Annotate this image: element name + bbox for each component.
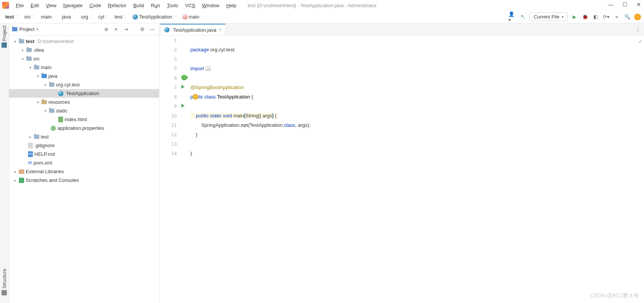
tree-class-testapplication[interactable]: TestApplication: [9, 89, 159, 98]
settings-icon[interactable]: ⚙: [139, 26, 146, 32]
tab-menu-icon[interactable]: ⋮: [635, 26, 641, 33]
folder-icon: [34, 135, 39, 139]
class-icon: [164, 27, 170, 32]
code-content[interactable]: package org.cyl.test; import ... @Spring…: [181, 35, 644, 303]
html-file-icon: [58, 117, 63, 122]
rail-project[interactable]: Project: [2, 26, 7, 48]
method-icon: [182, 14, 188, 20]
crumb-class[interactable]: TestApplication: [130, 14, 180, 20]
editor-area: TestApplication.java × ⋮ 123 567 8910 11…: [159, 23, 644, 303]
crumb-test-pkg[interactable]: test: [112, 14, 130, 20]
run-button[interactable]: ▶: [571, 13, 578, 21]
tree-resources[interactable]: ▾resources: [9, 98, 159, 106]
tree-testdir[interactable]: ▸test: [9, 132, 159, 141]
maven-file-icon: [28, 160, 32, 166]
close-window-button[interactable]: ✕: [636, 2, 641, 8]
update-button[interactable]: ↑: [634, 14, 641, 20]
project-panel-header: Project ▾ ⊕ ≡ ⇥ ⚙ —: [9, 23, 159, 35]
tree-app-properties[interactable]: application.properties: [9, 124, 159, 132]
tree-src[interactable]: ▾src: [9, 54, 159, 63]
structure-rail-icon: [2, 290, 7, 295]
run-gutter-icon[interactable]: [181, 85, 185, 89]
menu-edit[interactable]: Edit: [28, 2, 42, 9]
crumb-method[interactable]: main: [180, 14, 207, 20]
left-tool-rail: Project Structure: [0, 23, 9, 303]
tree-java[interactable]: ▾java: [9, 72, 159, 80]
line-number-gutter: 123 567 8910 111213 14: [159, 35, 181, 303]
class-icon: [58, 91, 63, 96]
tree-external-libs[interactable]: ▸External Libraries: [9, 167, 159, 176]
tab-label: TestApplication.java: [173, 27, 216, 33]
project-rail-icon: [2, 42, 7, 48]
tree-main[interactable]: ▾main: [9, 63, 159, 72]
tab-testapplication[interactable]: TestApplication.java ×: [160, 24, 225, 35]
minimize-button[interactable]: —: [608, 2, 613, 8]
libraries-icon: [19, 169, 24, 174]
maximize-button[interactable]: ☐: [622, 2, 627, 8]
tree-pom[interactable]: pom.xml: [9, 158, 159, 167]
close-tab-icon[interactable]: ×: [219, 27, 221, 32]
crumb-src[interactable]: src: [22, 14, 39, 20]
intention-bulb-icon[interactable]: [193, 94, 198, 100]
coverage-button[interactable]: ◧: [592, 13, 599, 21]
folder-icon: [26, 57, 32, 61]
window-title: test [D:\csdnwork\test] - TestApplicatio…: [248, 3, 377, 8]
menu-view[interactable]: View: [43, 2, 59, 9]
expand-all-icon[interactable]: ≡: [112, 26, 120, 32]
class-icon: [133, 14, 138, 20]
collapse-all-icon[interactable]: ⇥: [122, 26, 130, 32]
tree-scratches[interactable]: ▸Scratches and Consoles: [9, 176, 159, 185]
debug-button[interactable]: 🐞: [581, 13, 589, 21]
tree-index-html[interactable]: index.html: [9, 115, 159, 124]
menu-tools[interactable]: Tools: [164, 2, 181, 9]
profile-button[interactable]: ⟳▾: [602, 13, 610, 21]
project-tree: ▾testD:\csdnwork\test ▸.idea ▾src ▾main …: [9, 35, 159, 303]
menubar: FFileile Edit View Navigate Code Refacto…: [0, 0, 644, 11]
crumb-org[interactable]: org: [79, 14, 96, 20]
source-folder-icon: [42, 74, 47, 78]
menu-help[interactable]: Help: [223, 2, 239, 9]
add-user-icon[interactable]: 👤▾: [508, 13, 516, 21]
resources-folder-icon: [42, 100, 47, 104]
package-icon: [49, 83, 54, 87]
back-icon[interactable]: ↖: [519, 13, 527, 21]
tree-package[interactable]: ▾org.cyl.test: [9, 80, 159, 89]
menu-vcs[interactable]: VCS: [182, 2, 198, 9]
menu-run[interactable]: Run: [148, 2, 163, 9]
folder-icon: [34, 65, 39, 69]
tree-idea[interactable]: ▸.idea: [9, 46, 159, 54]
module-icon: [19, 39, 24, 43]
crumb-main[interactable]: main: [39, 14, 59, 20]
scratches-icon: [19, 178, 24, 183]
crumb-java[interactable]: java: [60, 14, 79, 20]
run-gutter-icon[interactable]: [181, 104, 185, 108]
search-button[interactable]: 🔍: [624, 13, 631, 21]
app-icon: [2, 2, 9, 9]
inspection-ok-icon[interactable]: ✓: [638, 37, 642, 46]
menu-build[interactable]: Build: [130, 2, 147, 9]
tree-gitignore[interactable]: .gitignore: [9, 141, 159, 150]
watermark: CSDN @村口曹大爷: [590, 292, 639, 299]
markdown-file-icon: [28, 151, 33, 157]
stop-button[interactable]: ■: [613, 13, 621, 21]
rail-structure[interactable]: Structure: [2, 269, 7, 295]
run-config-dropdown[interactable]: Current File: [530, 12, 568, 21]
menu-file[interactable]: FFileile: [13, 2, 27, 9]
code-editor[interactable]: 123 567 8910 111213 14 package org.cyl.t…: [159, 35, 644, 303]
crumb-cyl[interactable]: cyl: [96, 14, 112, 20]
project-panel: Project ▾ ⊕ ≡ ⇥ ⚙ — ▾testD:\csdnwork\tes…: [9, 23, 159, 303]
crumb-test[interactable]: test: [3, 14, 22, 20]
tree-root[interactable]: ▾testD:\csdnwork\test: [9, 37, 159, 46]
tree-static[interactable]: ▾static: [9, 106, 159, 115]
panel-title: Project: [19, 26, 34, 32]
menu-code[interactable]: Code: [86, 2, 104, 9]
menu-window[interactable]: Window: [199, 2, 222, 9]
menu-navigate[interactable]: Navigate: [60, 2, 85, 9]
navigation-bar: test src main java org cyl test TestAppl…: [0, 11, 644, 23]
project-icon: [12, 27, 17, 31]
tree-helpmd[interactable]: HELP.md: [9, 150, 159, 158]
menu-refactor[interactable]: Refactor: [105, 2, 130, 9]
folder-icon: [49, 109, 54, 113]
hide-panel-icon[interactable]: —: [148, 26, 156, 32]
select-opened-file-icon[interactable]: ⊕: [102, 26, 110, 32]
